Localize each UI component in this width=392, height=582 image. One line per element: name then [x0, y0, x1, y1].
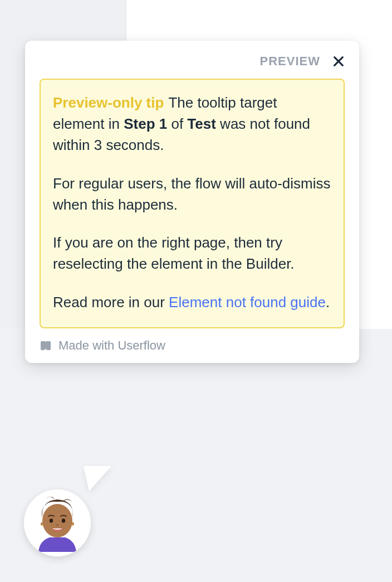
tip-paragraph-4: Read more in our Element not found guide…: [53, 292, 331, 313]
svg-point-10: [42, 525, 43, 526]
tooltip-header: PREVIEW: [40, 54, 345, 69]
tip-box: Preview-only tipThe tooltip target eleme…: [40, 79, 345, 328]
svg-point-11: [72, 525, 74, 526]
tip-paragraph-1: Preview-only tipThe tooltip target eleme…: [53, 92, 331, 156]
footer-label: Made with Userflow: [58, 338, 165, 353]
svg-point-5: [50, 518, 53, 523]
userflow-logo-icon: [40, 339, 53, 352]
svg-marker-2: [84, 466, 111, 491]
tip-badge: Preview-only tip: [53, 94, 164, 111]
tooltip-card: PREVIEW Preview-only tipThe tooltip targ…: [25, 41, 359, 363]
tip-paragraph-2: For regular users, the flow will auto-di…: [53, 173, 331, 215]
close-icon[interactable]: [332, 55, 345, 67]
tooltip-footer: Made with Userflow: [40, 338, 345, 353]
avatar[interactable]: [24, 489, 91, 556]
svg-point-6: [62, 518, 65, 523]
tip-step-bold: Step 1: [124, 115, 167, 132]
tip-paragraph-3: If you are on the right page, then try r…: [53, 232, 331, 274]
svg-point-7: [56, 524, 59, 526]
tip-test-bold: Test: [187, 115, 216, 132]
element-not-found-guide-link[interactable]: Element not found guide: [169, 294, 326, 311]
svg-point-4: [42, 504, 72, 537]
preview-label: PREVIEW: [260, 54, 320, 69]
